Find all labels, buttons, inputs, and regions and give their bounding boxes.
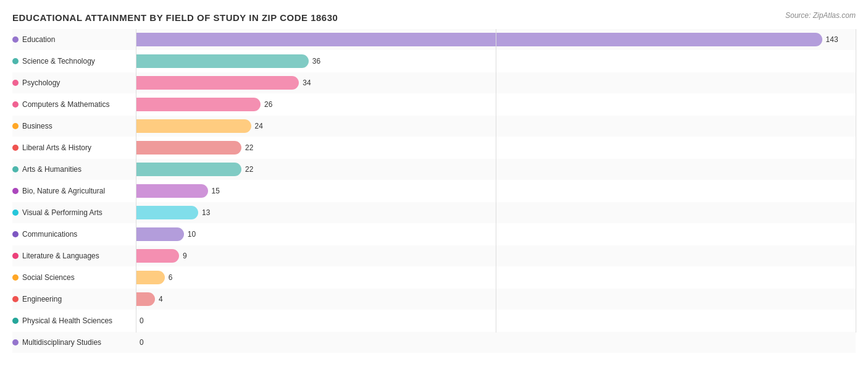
bar-fill: 143 xyxy=(136,33,822,46)
bar-dot-icon xyxy=(12,296,19,302)
bar-row: Arts & Humanities22 xyxy=(12,159,856,180)
bar-value-label: 0 xyxy=(140,338,144,347)
bar-dot-icon xyxy=(12,166,19,172)
bar-label-text: Education xyxy=(22,35,55,44)
bar-dot-icon xyxy=(12,80,19,86)
bar-value-label: 26 xyxy=(264,100,272,109)
bar-row: Communications10 xyxy=(12,224,856,245)
bar-label-text: Psychology xyxy=(22,78,60,87)
bar-label: Computers & Mathematics xyxy=(12,100,136,109)
bar-track: 0 xyxy=(136,336,856,349)
bar-fill: 10 xyxy=(136,227,184,241)
bar-fill: 4 xyxy=(136,292,155,306)
bar-value-label: 34 xyxy=(303,78,311,87)
bar-dot-icon xyxy=(12,145,19,151)
bar-track: 24 xyxy=(136,119,856,133)
chart-area: Education143Science & Technology36Psycho… xyxy=(12,29,856,351)
bar-label-text: Communications xyxy=(22,230,77,239)
bar-value-label: 0 xyxy=(140,316,144,325)
bar-row: Liberal Arts & History22 xyxy=(12,137,856,158)
bar-row: Multidisciplinary Studies0 xyxy=(12,332,856,353)
bar-row: Social Sciences6 xyxy=(12,267,856,288)
bar-row: Visual & Performing Arts13 xyxy=(12,202,856,223)
bar-dot-icon xyxy=(12,123,19,129)
bars-wrapper: Education143Science & Technology36Psycho… xyxy=(12,29,856,333)
bar-value-label: 22 xyxy=(245,165,253,174)
bar-row: Bio, Nature & Agricultural15 xyxy=(12,180,856,201)
bar-label: Literature & Languages xyxy=(12,252,136,260)
bar-label-text: Arts & Humanities xyxy=(22,165,81,174)
bar-fill: 36 xyxy=(136,54,309,68)
bar-track: 10 xyxy=(136,227,856,241)
bar-value-label: 9 xyxy=(183,252,187,260)
bar-track: 22 xyxy=(136,163,856,176)
bar-row: Physical & Health Sciences0 xyxy=(12,310,856,331)
bar-label: Arts & Humanities xyxy=(12,165,136,174)
bar-label: Science & Technology xyxy=(12,57,136,66)
bar-row: Business24 xyxy=(12,116,856,137)
bar-track: 34 xyxy=(136,76,856,90)
bar-label-text: Liberal Arts & History xyxy=(22,143,91,152)
bar-label: Social Sciences xyxy=(12,273,136,282)
bar-label: Engineering xyxy=(12,295,136,303)
bar-track: 15 xyxy=(136,184,856,198)
bar-row: Education143 xyxy=(12,29,856,50)
bar-label-text: Computers & Mathematics xyxy=(22,100,109,109)
bar-label-text: Business xyxy=(22,122,52,130)
bar-label: Communications xyxy=(12,230,136,239)
bar-dot-icon xyxy=(12,188,19,194)
bar-value-label: 36 xyxy=(312,57,320,66)
bar-label: Multidisciplinary Studies xyxy=(12,338,136,347)
bar-value-label: 13 xyxy=(202,208,210,217)
bar-row: Computers & Mathematics26 xyxy=(12,94,856,115)
bar-label-text: Physical & Health Sciences xyxy=(22,316,112,325)
bar-dot-icon xyxy=(12,210,19,216)
bar-label-text: Social Sciences xyxy=(22,273,75,282)
bar-fill: 24 xyxy=(136,119,251,133)
bar-track: 0 xyxy=(136,314,856,328)
bar-fill: 15 xyxy=(136,184,208,198)
bar-dot-icon xyxy=(12,318,19,324)
bar-label: Education xyxy=(12,35,136,44)
bar-value-label: 4 xyxy=(159,295,163,303)
bar-fill: 6 xyxy=(136,271,165,284)
bar-track: 6 xyxy=(136,271,856,284)
bar-label: Physical & Health Sciences xyxy=(12,316,136,325)
chart-source: Source: ZipAtlas.com xyxy=(785,11,856,20)
bar-value-label: 10 xyxy=(188,230,196,239)
bar-value-label: 15 xyxy=(212,187,220,195)
bar-track: 9 xyxy=(136,249,856,263)
bar-dot-icon xyxy=(12,253,19,259)
bar-dot-icon xyxy=(12,231,19,237)
bar-row: Engineering4 xyxy=(12,289,856,310)
bar-value-label: 6 xyxy=(169,273,173,282)
bar-label-text: Engineering xyxy=(22,295,62,303)
bar-track: 22 xyxy=(136,141,856,155)
bar-label: Liberal Arts & History xyxy=(12,143,136,152)
bar-fill: 9 xyxy=(136,249,179,263)
bar-track: 26 xyxy=(136,98,856,111)
bar-label: Psychology xyxy=(12,78,136,87)
bar-dot-icon xyxy=(12,101,19,108)
bar-label-text: Visual & Performing Arts xyxy=(22,208,102,217)
bar-track: 36 xyxy=(136,54,856,68)
chart-title: EDUCATIONAL ATTAINMENT BY FIELD OF STUDY… xyxy=(12,12,856,23)
bar-value-label: 22 xyxy=(245,143,253,152)
bar-fill: 22 xyxy=(136,141,241,155)
chart-container: EDUCATIONAL ATTAINMENT BY FIELD OF STUDY… xyxy=(0,0,868,390)
bar-fill: 13 xyxy=(136,206,198,219)
bar-dot-icon xyxy=(12,274,19,281)
bar-label: Business xyxy=(12,122,136,130)
bar-value-label: 143 xyxy=(826,35,838,44)
grid-line xyxy=(856,29,856,333)
bar-track: 143 xyxy=(136,33,856,46)
bar-track: 4 xyxy=(136,292,856,306)
bar-fill: 22 xyxy=(136,163,241,176)
bar-track: 13 xyxy=(136,206,856,219)
bar-value-label: 24 xyxy=(255,122,263,130)
bar-label-text: Science & Technology xyxy=(22,57,95,66)
bar-label: Visual & Performing Arts xyxy=(12,208,136,217)
bar-dot-icon xyxy=(12,58,19,64)
bar-label-text: Multidisciplinary Studies xyxy=(22,338,101,347)
bar-row: Science & Technology36 xyxy=(12,51,856,72)
